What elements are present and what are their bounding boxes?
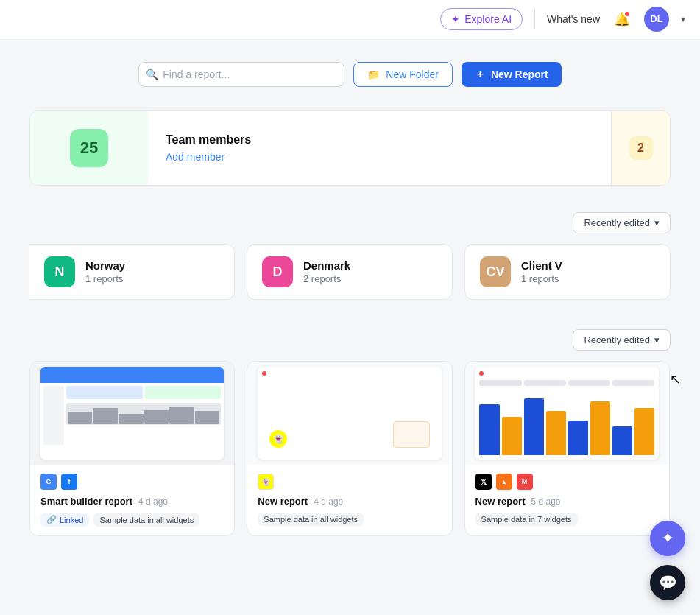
folder-count-clientv: 1 reports <box>521 273 562 284</box>
report-time-1: 4 d ago <box>138 496 168 507</box>
thumb-widget <box>393 421 430 448</box>
avatar-chevron-icon[interactable]: ▾ <box>681 14 685 24</box>
thumb-content-1 <box>30 362 234 465</box>
team-pending-box: 2 <box>611 111 670 185</box>
thumb-brand-icon-area: 👻 <box>269 430 287 448</box>
new-report-button[interactable]: ＋ New Report <box>462 62 562 87</box>
explore-ai-button[interactable]: ✦ Explore AI <box>440 8 523 30</box>
fab-chat-button[interactable]: 💬 <box>650 565 685 600</box>
thumb-dot-red-3 <box>479 371 484 376</box>
reports-grid: G f Smart builder report 4 d ago 🔗 Linke… <box>29 361 671 536</box>
team-members-section: 25 Team members Add member 2 <box>29 110 671 186</box>
notification-dot <box>623 10 631 18</box>
folders-section-header: Recently edited ▾ <box>29 212 671 233</box>
analytics-icon: ▲ <box>496 474 512 490</box>
thumb-blank: 👻 <box>258 367 442 460</box>
team-count: 25 <box>80 138 98 158</box>
folder-card-norway[interactable]: N Norway 1 reports <box>29 244 235 300</box>
sparkle-fab-icon: ✦ <box>661 529 674 548</box>
report-time-3: 5 d ago <box>531 496 561 507</box>
thumb-body <box>40 383 225 448</box>
main-content: 🔍 📁 New Folder ＋ New Report 25 Team memb… <box>0 38 700 574</box>
report-brand-icons-1: G f <box>40 474 224 490</box>
report-brand-icons-2: 👻 <box>258 474 441 490</box>
search-action-bar: 🔍 📁 New Folder ＋ New Report <box>29 62 671 87</box>
report-brand-icons-3: 𝕏 ▲ M <box>475 474 659 490</box>
folder-info-denmark: Denmark 2 reports <box>303 259 350 284</box>
report-time-2: 4 d ago <box>314 496 343 507</box>
report-title-3: New report <box>475 496 526 507</box>
tag-sample-data-3: Sample data in 7 widgets <box>475 513 578 526</box>
reports-chevron-down-icon: ▾ <box>654 334 660 345</box>
search-input[interactable] <box>138 62 344 87</box>
tag-sample-data-1: Sample data in all widgets <box>93 513 199 527</box>
thumb-barchart <box>475 367 659 460</box>
report-tags-3: Sample data in 7 widgets <box>475 513 659 526</box>
thumb-big-chart <box>479 389 654 455</box>
avatar[interactable]: DL <box>644 7 669 32</box>
report-card-smart-builder[interactable]: G f Smart builder report 4 d ago 🔗 Linke… <box>29 361 235 536</box>
team-pending-badge: 2 <box>629 136 653 160</box>
topbar: ✦ Explore AI What's new 🔔 DL ▾ <box>0 0 700 38</box>
whats-new-button[interactable]: What's new <box>547 13 600 25</box>
report-title-row-2: New report 4 d ago <box>258 496 441 507</box>
folders-recently-edited-button[interactable]: Recently edited ▾ <box>573 212 671 233</box>
thumb-chart <box>66 403 222 425</box>
report-card-new-1[interactable]: 👻 👻 New report 4 d ago <box>247 361 452 536</box>
team-info: Team members Add member <box>148 111 611 185</box>
chevron-down-icon: ▾ <box>654 217 660 228</box>
google-icon: G <box>40 474 57 490</box>
new-report-label: New Report <box>491 68 548 80</box>
tag-linked: 🔗 Linked <box>40 513 89 527</box>
snapchat-brand-icon: 👻 <box>258 474 274 490</box>
folder-icon-norway: N <box>44 256 75 287</box>
link-icon: 🔗 <box>46 515 57 524</box>
new-folder-label: New Folder <box>386 68 439 80</box>
thumb-dot-red <box>262 371 266 376</box>
chat-icon: 💬 <box>659 574 677 591</box>
report-card-body-1: G f Smart builder report 4 d ago 🔗 Linke… <box>30 465 234 535</box>
thumb-topbar <box>40 367 225 383</box>
report-title-1: Smart builder report <box>40 496 132 507</box>
team-count-badge: 25 <box>70 129 108 167</box>
report-tags-1: 🔗 Linked Sample data in all widgets <box>40 513 224 527</box>
team-pending-count: 2 <box>637 141 644 155</box>
add-member-label: Add member <box>166 151 225 163</box>
folder-icon-denmark: D <box>262 256 293 287</box>
notification-bell[interactable]: 🔔 <box>612 9 632 29</box>
report-thumb-new-2 <box>465 362 669 465</box>
report-thumb-new-1: 👻 <box>247 362 451 465</box>
snapchat-icon: 👻 <box>269 430 287 448</box>
folder-card-clientv[interactable]: CV Client V 1 reports <box>464 244 671 300</box>
report-card-new-2[interactable]: 𝕏 ▲ M New report 5 d ago Sample data in … <box>464 361 670 536</box>
folder-name-norway: Norway <box>85 259 125 272</box>
add-member-link[interactable]: Add member <box>166 151 593 163</box>
reports-recently-edited-button[interactable]: Recently edited ▾ <box>573 329 671 351</box>
thumb-dashboard <box>40 367 225 460</box>
folder-name-clientv: Client V <box>521 259 562 272</box>
folder-card-denmark[interactable]: D Denmark 2 reports <box>247 244 453 300</box>
reports-section-header: Recently edited ▾ <box>29 329 671 351</box>
explore-ai-label: Explore AI <box>464 13 512 25</box>
reports-recently-edited-label: Recently edited <box>584 334 650 345</box>
report-title-2: New report <box>258 496 308 507</box>
thumb-content-2: 👻 <box>247 362 451 465</box>
whats-new-label: What's new <box>547 13 600 25</box>
folder-name-denmark: Denmark <box>303 259 350 272</box>
x-twitter-icon: 𝕏 <box>475 474 492 490</box>
new-folder-button[interactable]: 📁 New Folder <box>353 62 453 87</box>
plus-icon: ＋ <box>475 68 485 81</box>
divider <box>534 9 535 29</box>
folders-recently-edited-label: Recently edited <box>584 217 650 228</box>
folder-info-norway: Norway 1 reports <box>85 259 125 284</box>
thumb-content-3 <box>465 362 669 465</box>
folder-count-norway: 1 reports <box>85 273 125 284</box>
thumb-sidebar <box>43 386 64 445</box>
report-card-body-3: 𝕏 ▲ M New report 5 d ago Sample data in … <box>465 465 669 535</box>
fab-sparkle-button[interactable]: ✦ <box>650 521 685 556</box>
folder-icon-clientv: CV <box>480 256 511 287</box>
thumb-main-content <box>66 386 222 445</box>
folder-info-clientv: Client V 1 reports <box>521 259 562 284</box>
search-icon: 🔍 <box>146 68 158 80</box>
avatar-initials: DL <box>650 13 662 24</box>
